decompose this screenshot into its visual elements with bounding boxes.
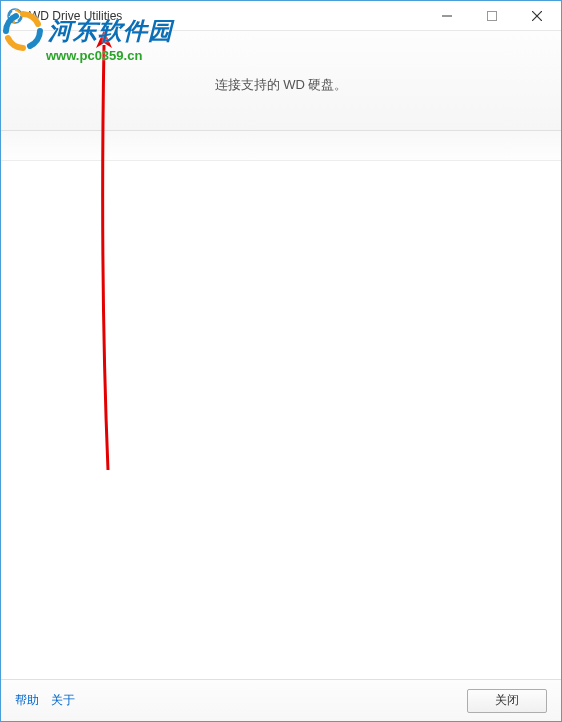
close-button[interactable]: 关闭: [467, 689, 547, 713]
close-window-button[interactable]: [514, 2, 559, 30]
header-panel: 连接支持的 WD 硬盘。: [1, 31, 561, 131]
svg-rect-2: [487, 11, 496, 20]
content-area: [1, 161, 561, 679]
titlebar: WD Drive Utilities: [1, 1, 561, 31]
footer-bar: 帮助 关于 关闭: [1, 679, 561, 721]
app-icon: [7, 8, 23, 24]
separator-band: [1, 131, 561, 161]
connect-drive-message: 连接支持的 WD 硬盘。: [215, 76, 348, 94]
svg-point-0: [8, 9, 22, 23]
about-link[interactable]: 关于: [51, 692, 75, 709]
window-controls: [424, 2, 559, 30]
app-title: WD Drive Utilities: [29, 9, 424, 23]
app-window: WD Drive Utilities 连接支持的 WD 硬盘。 帮助 关于 关闭: [0, 0, 562, 722]
maximize-button[interactable]: [469, 2, 514, 30]
minimize-button[interactable]: [424, 2, 469, 30]
help-link[interactable]: 帮助: [15, 692, 39, 709]
footer-links: 帮助 关于: [15, 692, 467, 709]
